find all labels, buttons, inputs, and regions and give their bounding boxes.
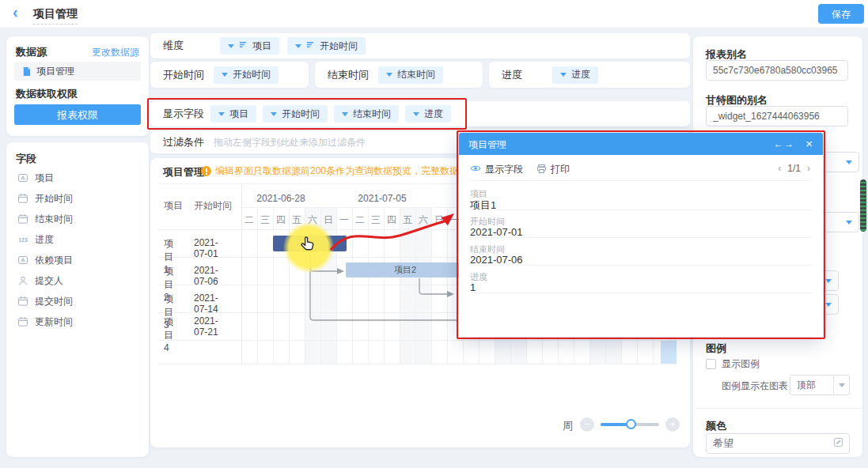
fields-title: 字段 bbox=[16, 152, 36, 166]
field-item[interactable]: 123 进度 bbox=[16, 229, 73, 250]
chevron-down-icon bbox=[271, 112, 277, 116]
start-time-mapping: 开始时间 开始时间 bbox=[150, 62, 309, 88]
display-field-tag[interactable]: 项目 bbox=[210, 105, 256, 123]
dialog-pagination: ‹ 1/1 › bbox=[778, 163, 810, 174]
day-label: 四 bbox=[384, 213, 400, 227]
day-label: 四 bbox=[273, 213, 289, 227]
tag-label: 开始时间 bbox=[233, 68, 271, 81]
divider bbox=[470, 180, 812, 181]
mapping-tag[interactable]: 结束时间 bbox=[378, 66, 443, 84]
tag-label: 进度 bbox=[424, 108, 443, 121]
close-icon[interactable]: × bbox=[805, 137, 813, 150]
show-legend-checkbox[interactable] bbox=[706, 359, 716, 369]
dimension-tag[interactable]: 开始时间 bbox=[287, 37, 366, 55]
detail-field-value: 项目1 bbox=[470, 198, 496, 213]
field-item[interactable]: 结束时间 bbox=[16, 209, 73, 229]
chevron-down-icon bbox=[560, 73, 567, 77]
color-scheme-input[interactable]: 希望 bbox=[706, 433, 850, 454]
datasource-title: 数据源 bbox=[16, 45, 47, 59]
gantt-alias-input[interactable] bbox=[706, 106, 848, 126]
record-detail-dialog: 项目管理 ← → × 显示字段 打印 ‹ 1/1 › 项目 项目1 开始时间 2… bbox=[459, 133, 823, 337]
chevron-down-icon bbox=[222, 73, 228, 77]
divider bbox=[693, 408, 862, 409]
edit-icon[interactable] bbox=[833, 436, 849, 451]
preview-notice: 编辑界面只取数据源前200条作为查询数据预览，完整数据请访 bbox=[201, 164, 457, 178]
field-label: 提交人 bbox=[35, 274, 63, 288]
change-datasource-link[interactable]: 更改数据源 bbox=[92, 46, 139, 59]
progress-mapping: 进度 进度 bbox=[489, 62, 690, 88]
show-fields-button[interactable]: 显示字段 bbox=[470, 163, 523, 176]
gantt-day-header: 二三四五六日一二三四五六日一 bbox=[241, 213, 463, 227]
field-item[interactable]: 开始时间 bbox=[16, 188, 73, 209]
prev-page-icon[interactable]: ‹ bbox=[778, 163, 781, 174]
calendar-icon bbox=[17, 316, 28, 327]
next-page-icon[interactable]: › bbox=[807, 163, 810, 174]
gantt-bar-project1[interactable]: 项目1 bbox=[273, 236, 347, 251]
legend-title: 图例 bbox=[706, 342, 726, 356]
day-label: 一 bbox=[336, 213, 352, 227]
field-label: 结束时间 bbox=[35, 213, 73, 226]
day-label: 日 bbox=[320, 213, 336, 227]
report-designer: ‹ 项目管理 保存 数据源 更改数据源 项目管理 数据获取权限 报表权限 字段 … bbox=[0, 0, 868, 468]
day-label: 二 bbox=[352, 213, 368, 227]
chevron-down-icon bbox=[846, 160, 852, 164]
mapping-tag[interactable]: 开始时间 bbox=[214, 66, 279, 84]
text-field-icon bbox=[17, 255, 28, 266]
report-permission-button[interactable]: 报表权限 bbox=[14, 104, 141, 125]
print-button[interactable]: 打印 bbox=[536, 163, 570, 176]
page-title[interactable]: 项目管理 bbox=[33, 7, 78, 25]
day-label: 六 bbox=[415, 213, 431, 227]
number-icon: 123 bbox=[17, 234, 28, 245]
zoom-slider-handle[interactable] bbox=[626, 419, 636, 429]
field-item[interactable]: 项目 bbox=[16, 168, 73, 188]
permission-title: 数据获取权限 bbox=[16, 87, 78, 101]
field-item[interactable]: 提交人 bbox=[16, 270, 73, 291]
zoom-in-button[interactable]: + bbox=[665, 417, 680, 432]
dimension-row: 维度 项目 开始时间 bbox=[150, 33, 690, 58]
field-item[interactable]: 依赖项目 bbox=[16, 250, 73, 270]
scrollbar-thumb[interactable] bbox=[860, 179, 866, 232]
field-item[interactable]: 提交时间 bbox=[16, 291, 73, 311]
day-label: 五 bbox=[289, 213, 305, 227]
filter-label: 过滤条件 bbox=[163, 135, 204, 149]
filter-dropzone[interactable]: 拖动左侧字段到此处来添加过滤条件 bbox=[214, 136, 366, 149]
select-caret-box bbox=[833, 376, 849, 394]
dimension-label: 维度 bbox=[163, 39, 212, 53]
divider bbox=[470, 292, 812, 293]
detail-field-value: 2021-07-01 bbox=[470, 226, 523, 238]
start-cell: 2021-07-14 bbox=[194, 292, 218, 315]
display-field-tag[interactable]: 开始时间 bbox=[263, 105, 328, 123]
field-label: 项目 bbox=[35, 172, 54, 185]
expand-icon[interactable]: ← → bbox=[774, 138, 793, 149]
day-label: 五 bbox=[400, 213, 415, 227]
display-field-tag[interactable]: 进度 bbox=[405, 105, 451, 123]
week-label: 2021-07-05 bbox=[343, 193, 422, 204]
color-scheme-value: 希望 bbox=[707, 436, 833, 451]
legend-position-value: 顶部 bbox=[790, 379, 833, 392]
legend-position-label: 图例显示在图表 bbox=[722, 379, 788, 393]
gantt-bar-project2[interactable]: 项目2 bbox=[346, 262, 464, 277]
start-cell: 2021-07-01 bbox=[194, 237, 218, 259]
save-button[interactable]: 保存 bbox=[818, 4, 864, 24]
dimension-tag[interactable]: 项目 bbox=[220, 37, 279, 55]
warning-icon bbox=[201, 166, 211, 176]
eye-icon bbox=[470, 163, 481, 176]
tag-label: 开始时间 bbox=[320, 40, 358, 53]
end-time-mapping: 结束时间 结束时间 bbox=[315, 62, 483, 88]
field-label: 更新时间 bbox=[35, 315, 73, 329]
page-indicator: 1/1 bbox=[787, 163, 801, 174]
fields-panel: 字段 项目 开始时间 结束时间 123 进度 依赖项目 bbox=[6, 142, 149, 457]
back-icon[interactable]: ‹ bbox=[13, 3, 18, 21]
chevron-down-icon bbox=[386, 73, 392, 77]
display-field-tag[interactable]: 结束时间 bbox=[334, 105, 399, 123]
tag-label: 开始时间 bbox=[282, 108, 320, 121]
mapping-tag[interactable]: 进度 bbox=[552, 66, 598, 84]
column-header-project: 项目 bbox=[164, 199, 183, 213]
report-alias-input[interactable] bbox=[706, 60, 848, 81]
legend-position-select[interactable]: 顶部 bbox=[790, 375, 850, 395]
dataset-item[interactable]: 项目管理 bbox=[14, 62, 141, 81]
calendar-icon bbox=[17, 296, 28, 307]
tag-label: 项目 bbox=[229, 108, 248, 121]
field-item[interactable]: 更新时间 bbox=[16, 311, 73, 332]
zoom-out-button[interactable]: − bbox=[580, 417, 594, 432]
